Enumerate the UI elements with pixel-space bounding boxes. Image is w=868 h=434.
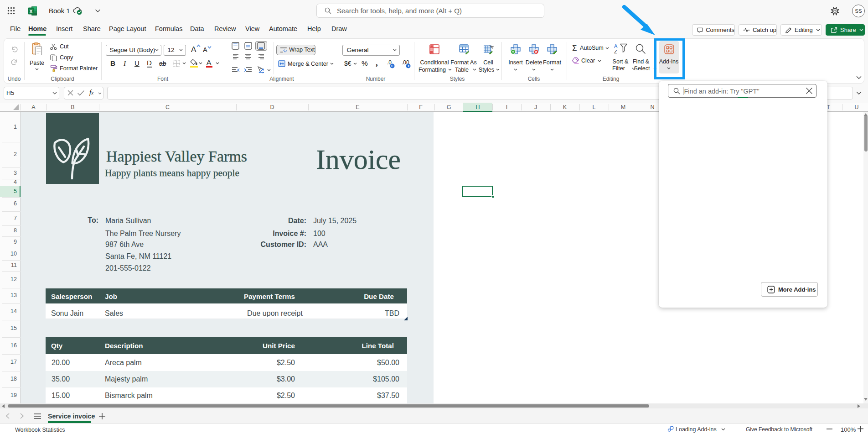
svg-text:Z: Z	[614, 49, 617, 54]
svg-text:A: A	[614, 43, 618, 49]
